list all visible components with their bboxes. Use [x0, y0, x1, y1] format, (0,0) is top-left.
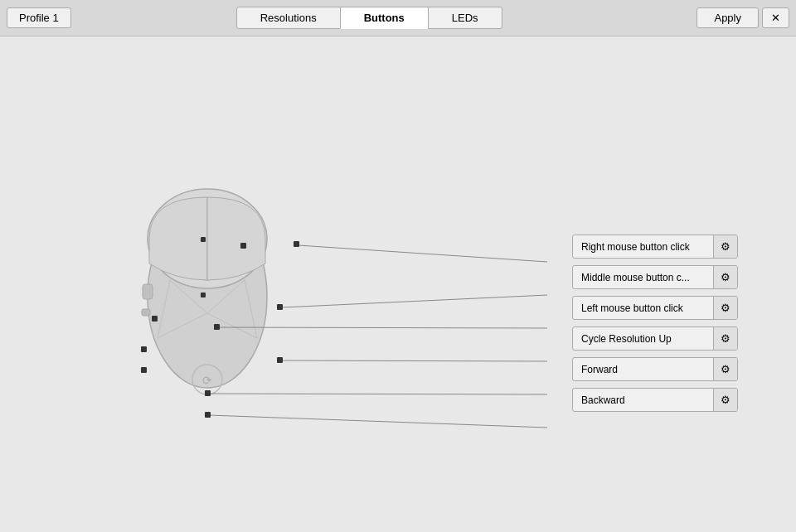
right-mouse-button-gear[interactable]: ⚙ [713, 235, 737, 258]
svg-rect-13 [141, 346, 147, 352]
middle-mouse-button-label[interactable]: Middle mouse button c... [573, 267, 713, 288]
left-mouse-button-gear[interactable]: ⚙ [713, 297, 737, 319]
button-panel: Right mouse button click ⚙ Middle mouse … [572, 235, 738, 412]
middle-mouse-button-row: Middle mouse button c... ⚙ [572, 265, 738, 289]
forward-button-gear[interactable]: ⚙ [713, 358, 737, 380]
svg-rect-11 [240, 243, 246, 249]
svg-rect-14 [141, 367, 147, 373]
content-wrapper: ⟳ [58, 106, 738, 462]
cycle-resolution-up-row: Cycle Resolution Up ⚙ [572, 326, 738, 351]
svg-text:⟳: ⟳ [202, 374, 212, 387]
right-mouse-button-label[interactable]: Right mouse button click [573, 236, 713, 258]
forward-button-row: Forward ⚙ [572, 357, 738, 381]
mouse-diagram: ⟳ [124, 114, 290, 432]
svg-line-21 [298, 245, 547, 262]
backward-button-gear[interactable]: ⚙ [713, 389, 737, 411]
tab-leds[interactable]: LEDs [428, 7, 502, 29]
svg-rect-10 [201, 293, 206, 297]
apply-button[interactable]: Apply [696, 7, 759, 28]
forward-button-label[interactable]: Forward [573, 359, 713, 380]
main-content: ⟳ [0, 36, 796, 532]
left-mouse-button-row: Left mouse button click ⚙ [572, 296, 738, 320]
svg-line-24 [282, 360, 547, 361]
svg-rect-9 [201, 237, 206, 242]
svg-line-22 [282, 295, 547, 307]
left-mouse-button-label[interactable]: Left mouse button click [573, 297, 713, 319]
svg-rect-8 [142, 309, 150, 316]
middle-mouse-button-gear[interactable]: ⚙ [713, 266, 737, 288]
svg-rect-12 [152, 316, 158, 322]
backward-button-label[interactable]: Backward [573, 389, 713, 411]
tab-resolutions[interactable]: Resolutions [236, 7, 341, 29]
close-button[interactable]: ✕ [762, 7, 789, 28]
header-right: Apply ✕ [696, 7, 789, 28]
tab-buttons[interactable]: Buttons [340, 7, 429, 29]
svg-rect-7 [143, 284, 153, 299]
cycle-resolution-up-label[interactable]: Cycle Resolution Up [573, 328, 713, 350]
tab-group: Resolutions Buttons LEDs [237, 7, 502, 29]
svg-rect-27 [294, 241, 299, 247]
right-mouse-button-row: Right mouse button click ⚙ [572, 235, 738, 259]
cycle-resolution-up-gear[interactable]: ⚙ [713, 327, 737, 350]
profile-button[interactable]: Profile 1 [7, 7, 71, 28]
backward-button-row: Backward ⚙ [572, 388, 738, 412]
